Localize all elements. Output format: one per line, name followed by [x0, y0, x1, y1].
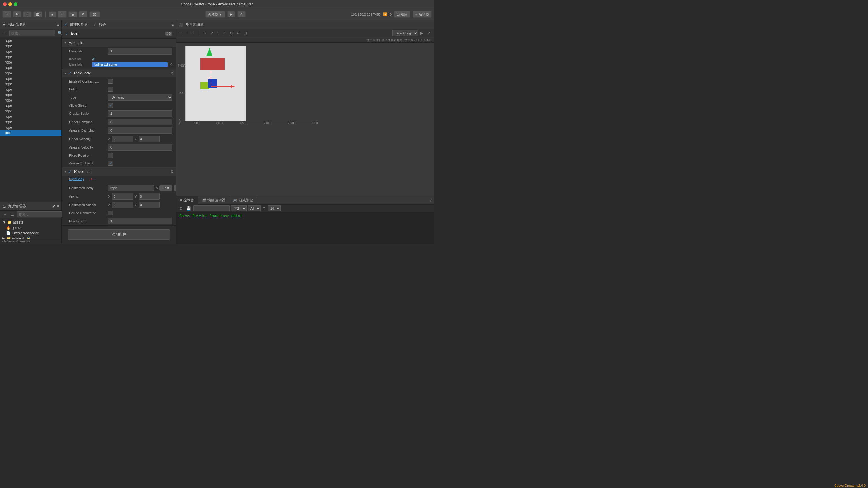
close-button[interactable] [3, 2, 7, 6]
list-item[interactable]: rope [0, 92, 61, 98]
list-item[interactable]: rope [0, 82, 61, 87]
list-item[interactable]: rope [0, 103, 61, 108]
asset-list-btn[interactable]: ☰ [9, 212, 16, 217]
maximize-button[interactable] [14, 2, 18, 6]
scene-zoom-in[interactable]: + [179, 30, 184, 36]
list-item[interactable]: rope [0, 70, 61, 76]
angular-velocity-input[interactable] [108, 144, 173, 151]
node-check[interactable]: ✓ [65, 32, 68, 36]
fixed-rotation-checkbox[interactable] [108, 153, 113, 158]
asset-item-game[interactable]: 🔥 game [0, 225, 61, 230]
browser-btn[interactable]: 浏览器 ▼ [205, 11, 225, 18]
console-fontsize-select[interactable]: 14 [268, 205, 281, 212]
hierarchy-menu-icon[interactable]: ≡ [57, 23, 59, 27]
asset-search-input[interactable] [17, 212, 62, 218]
scene-zoom-out[interactable]: − [185, 30, 190, 36]
console-clear-btn[interactable]: ⊘ [178, 205, 184, 211]
rigidbody-header[interactable]: ▼ ✓ RigidBody ⚙ [62, 69, 176, 77]
scene-tool2[interactable]: ⤢ [209, 30, 215, 36]
list-item[interactable]: rope [0, 114, 61, 119]
list-item[interactable]: rope [0, 108, 61, 114]
scene-tool5[interactable]: ⊕ [228, 30, 234, 36]
play-btn[interactable]: ▶ [227, 11, 235, 18]
list-item[interactable]: rope [0, 60, 61, 65]
toolbar-refresh-btn[interactable]: ↻ [13, 11, 21, 18]
linear-damping-input[interactable] [108, 119, 173, 125]
add-component-btn[interactable]: 添加组件 [68, 229, 170, 240]
list-item[interactable]: rope [0, 98, 61, 103]
asset-item-assets[interactable]: ▼ 📁 assets [0, 220, 61, 225]
awake-on-load-checkbox[interactable]: ✓ [108, 161, 113, 166]
max-length-input[interactable] [108, 218, 173, 224]
linear-velocity-x-input[interactable] [112, 135, 133, 142]
connected-anchor-y-input[interactable] [138, 201, 160, 208]
node-name-input[interactable] [71, 31, 121, 36]
linear-velocity-y-input[interactable] [138, 135, 160, 142]
hierarchy-search-input[interactable] [9, 30, 55, 36]
collide-connected-checkbox[interactable] [108, 210, 113, 216]
scene-tool7[interactable]: ⊞ [242, 30, 248, 36]
connected-anchor-x-input[interactable] [112, 201, 133, 208]
toolbar-record-btn[interactable]: ⏺ [68, 11, 77, 18]
console-expand-btn[interactable]: ⤢ [428, 197, 434, 203]
rendering-select[interactable]: Rendering [393, 30, 418, 36]
enabled-contact-checkbox[interactable] [108, 79, 113, 84]
toolbar-screenshot-btn[interactable]: 🖼 [33, 11, 42, 18]
rigidbody-link[interactable]: RigidBody [69, 177, 84, 181]
material-value-text[interactable]: builtin-2d-sprite [92, 62, 167, 67]
tab-console[interactable]: ≡ 控制台 [176, 196, 198, 204]
tab-preview[interactable]: 🎮 游戏预览 [229, 196, 257, 204]
tab-animation[interactable]: 🎬 动画编辑器 [198, 196, 229, 204]
toolbar-add-btn[interactable]: ＋ [2, 11, 11, 18]
connected-body-input[interactable] [108, 185, 154, 191]
asset-expand-icon[interactable]: ⤢ [52, 204, 55, 208]
ropejoint-gear-icon[interactable]: ⚙ [170, 170, 174, 174]
materials-header[interactable]: ▼ Materials [62, 38, 176, 47]
scene-expand-btn[interactable]: ⤢ [426, 30, 432, 36]
scene-canvas[interactable]: 0 500 1,000 1,500 2,000 2,500 3,00 0 500… [176, 43, 434, 196]
ropejoint-header[interactable]: ▼ ✓ RopeJoint ⚙ [62, 167, 176, 176]
asset-add-btn[interactable]: ＋ [2, 211, 8, 218]
scene-tool6[interactable]: ⇔ [236, 30, 241, 36]
console-save-btn[interactable]: 💾 [185, 205, 192, 211]
toolbar-build-btn[interactable]: ■ [49, 11, 56, 18]
console-regex-select[interactable]: 正则 [231, 205, 247, 212]
reload-btn[interactable]: ⟳ [238, 11, 246, 18]
last-btn[interactable]: Last [159, 185, 173, 191]
console-level-select[interactable]: All [248, 205, 261, 212]
rigidbody-gear-icon[interactable]: ⚙ [170, 71, 174, 75]
console-filter-input[interactable] [193, 205, 230, 212]
next-btn[interactable]: Next [174, 185, 176, 191]
allow-sleep-checkbox[interactable]: ✓ [108, 103, 113, 108]
asset-menu-icon[interactable]: ≡ [57, 204, 59, 208]
toolbar-plus-btn[interactable]: ＋ [58, 11, 67, 18]
asset-item-physics[interactable]: 📄 PhysicsManager [0, 230, 61, 236]
scene-tool3[interactable]: ↕ [216, 30, 220, 36]
toolbar-settings-btn[interactable]: ⚙ [79, 11, 87, 18]
list-item[interactable]: rope [0, 65, 61, 70]
minimize-button[interactable] [8, 2, 12, 6]
list-item[interactable]: rope [0, 76, 61, 82]
material-remove-btn[interactable]: ✕ [169, 62, 173, 67]
asset-item-internal[interactable]: ▶ 📁 internal 🔒 [0, 236, 61, 238]
anchor-y-input[interactable] [138, 193, 160, 200]
type-select[interactable]: Dynamic Static Kinematic [108, 94, 173, 101]
scene-view-btn[interactable]: ▶ [419, 30, 425, 36]
connected-body-clear-btn[interactable]: ✕ [155, 186, 158, 190]
scene-tool4[interactable]: ↗ [221, 30, 227, 36]
gravity-scale-input[interactable] [108, 110, 173, 117]
list-item[interactable]: rope [0, 38, 61, 43]
bullet-checkbox[interactable] [108, 87, 113, 92]
project-btn[interactable]: 🗂 项目 [394, 11, 410, 18]
scene-crosshair[interactable]: ✛ [190, 30, 196, 36]
list-item[interactable]: rope [0, 49, 61, 54]
list-item[interactable]: rope [0, 43, 61, 49]
materials-count-input[interactable] [108, 48, 173, 55]
scene-tool1[interactable]: ↔ [201, 30, 208, 36]
inspector-menu-icon[interactable]: ≡ [172, 23, 174, 27]
editor-btn[interactable]: ✏ 编辑器 [412, 11, 432, 18]
list-item[interactable]: rope [0, 87, 61, 92]
toolbar-fullscreen-btn[interactable]: ⛶ [23, 11, 32, 18]
hierarchy-item-box[interactable]: box [0, 130, 61, 135]
list-item[interactable]: rope [0, 54, 61, 60]
